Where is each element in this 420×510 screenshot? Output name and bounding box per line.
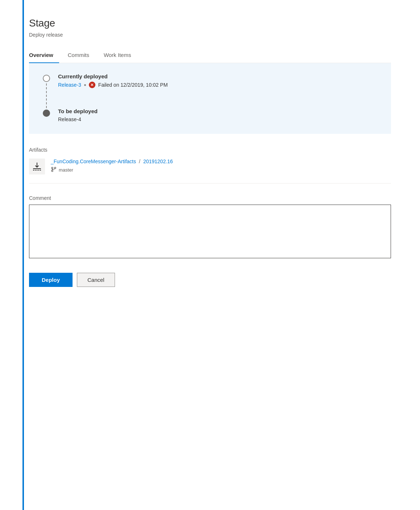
comment-textarea[interactable] <box>29 205 391 258</box>
failed-text: Failed on 12/2/2019, 10:02 PM <box>98 82 168 88</box>
failed-icon <box>89 82 95 88</box>
to-be-deployed-release: Release-4 <box>58 116 379 122</box>
timeline-content-next: To be deployed Release-4 <box>58 108 379 122</box>
timeline-icon-col-next <box>41 108 52 117</box>
tabs-container: Overview Commits Work Items <box>29 48 391 63</box>
svg-rect-1 <box>33 170 34 170</box>
artifact-branch-name: master <box>59 167 73 173</box>
tab-work-items[interactable]: Work Items <box>104 48 137 63</box>
artifact-item: _FunCoding.CoreMessenger-Artifacts / 201… <box>29 159 391 174</box>
timeline-content-current: Currently deployed Release-3 Failed on 1… <box>58 73 379 97</box>
page-container: Stage Deploy release Overview Commits Wo… <box>0 0 420 309</box>
svg-rect-4 <box>40 170 41 170</box>
artifact-name-link[interactable]: _FunCoding.CoreMessenger-Artifacts <box>51 159 136 164</box>
deployment-timeline: Currently deployed Release-3 Failed on 1… <box>41 73 379 122</box>
page-subtitle: Deploy release <box>29 32 391 38</box>
artifact-version-link[interactable]: 20191202.16 <box>143 159 173 164</box>
cancel-button[interactable]: Cancel <box>77 273 115 287</box>
to-be-deployed-title: To be deployed <box>58 108 379 114</box>
svg-rect-0 <box>33 168 41 169</box>
comment-label: Comment <box>29 195 391 201</box>
dot-separator <box>84 84 86 86</box>
overview-panel: Currently deployed Release-3 Failed on 1… <box>29 63 391 134</box>
timeline-item-current: Currently deployed Release-3 Failed on 1… <box>41 73 379 108</box>
page-title: Stage <box>29 17 391 29</box>
timeline-icon-col-current <box>41 73 52 108</box>
release-3-link[interactable]: Release-3 <box>58 82 81 88</box>
svg-rect-3 <box>37 170 39 170</box>
artifact-svg-icon <box>32 161 42 172</box>
timeline-circle-filled <box>43 110 50 117</box>
timeline-dashed-line <box>46 83 47 108</box>
deploy-button[interactable]: Deploy <box>29 273 73 287</box>
tab-overview[interactable]: Overview <box>29 48 59 63</box>
artifacts-label: Artifacts <box>29 147 391 153</box>
left-accent-bar <box>22 0 24 510</box>
artifact-name-row: _FunCoding.CoreMessenger-Artifacts / 201… <box>51 159 173 164</box>
tab-commits[interactable]: Commits <box>68 48 95 63</box>
currently-deployed-detail: Release-3 Failed on 12/2/2019, 10:02 PM <box>58 82 379 88</box>
artifact-details: _FunCoding.CoreMessenger-Artifacts / 201… <box>51 159 173 173</box>
artifacts-section: Artifacts _FunCoding.CoreMessenger-Artif… <box>29 147 391 184</box>
branch-icon <box>51 166 57 173</box>
timeline-item-next: To be deployed Release-4 <box>41 108 379 122</box>
comment-section: Comment <box>29 195 391 260</box>
actions-row: Deploy Cancel <box>29 273 391 287</box>
svg-rect-2 <box>35 170 37 170</box>
currently-deployed-title: Currently deployed <box>58 73 379 79</box>
timeline-circle-empty <box>43 75 50 82</box>
artifact-slash: / <box>139 159 140 164</box>
artifact-icon <box>29 159 45 174</box>
artifact-branch-row: master <box>51 166 173 173</box>
